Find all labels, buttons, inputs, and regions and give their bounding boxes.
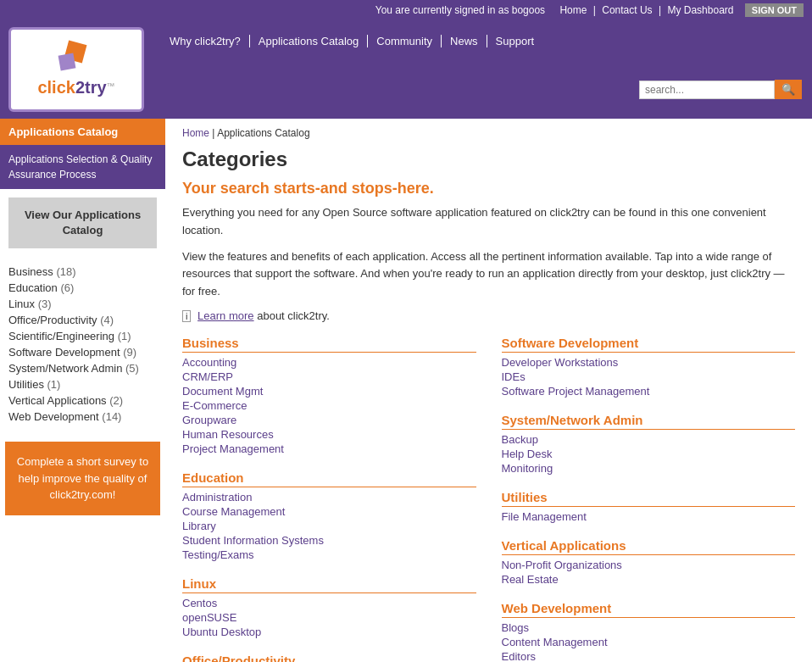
sidebar-category-link[interactable]: Scientific/Engineering (1): [8, 330, 131, 342]
list-item: Content Management: [502, 636, 796, 648]
nav-link-community[interactable]: Community: [368, 35, 442, 47]
category-item-link[interactable]: Ubuntu Desktop: [182, 626, 261, 638]
sidebar-category-link[interactable]: Utilities (1): [8, 378, 60, 391]
category-item-link[interactable]: openSUSE: [182, 611, 236, 624]
category-item-link[interactable]: Testing/Exams: [182, 548, 254, 561]
sidebar-category-item: Scientific/Engineering (1): [8, 330, 157, 342]
list-item: Accounting: [182, 356, 476, 369]
category-item-link[interactable]: Backup: [502, 433, 538, 446]
main-content: Home | Applications Catalog Categories Y…: [165, 119, 812, 662]
category-section: System/Network AdminBackupHelp DeskMonit…: [502, 413, 796, 475]
category-count: (14): [102, 410, 121, 423]
category-item-link[interactable]: File Management: [502, 510, 587, 523]
top-bar: You are currently signed in as bogoos Ho…: [0, 0, 812, 20]
breadcrumb-current: Applications Catalog: [217, 127, 309, 139]
category-section: Web DevelopmentBlogsContent ManagementEd…: [502, 601, 796, 662]
list-item: Editors: [502, 650, 796, 662]
category-item-link[interactable]: Human Resources: [182, 428, 274, 441]
dashboard-link[interactable]: My Dashboard: [667, 4, 733, 16]
category-item-link[interactable]: Project Management: [182, 442, 284, 455]
category-item-link[interactable]: Blogs: [502, 621, 530, 634]
category-item-link[interactable]: IDEs: [502, 370, 526, 383]
list-item: Project Management: [182, 442, 476, 455]
category-items-list: BlogsContent ManagementEditorsForumsGeos…: [502, 621, 796, 662]
sidebar-category-link[interactable]: Office/Productivity (4): [8, 314, 114, 326]
sidebar-category-link[interactable]: Education (6): [8, 281, 74, 294]
list-item: Real Estate: [502, 573, 796, 586]
sidebar-category-item: Software Development (9): [8, 346, 157, 359]
category-item-link[interactable]: Library: [182, 520, 216, 532]
category-count: (1): [118, 330, 131, 342]
intro-text-2: View the features and benefits of each a…: [182, 248, 795, 301]
category-item-link[interactable]: Developer Workstations: [502, 356, 619, 369]
nav-bar: Why click2try?Applications CatalogCommun…: [153, 20, 812, 53]
category-item-link[interactable]: Real Estate: [502, 573, 559, 586]
category-section: LinuxCentosopenSUSEUbuntu Desktop: [182, 576, 476, 638]
sidebar-category-item: Office/Productivity (4): [8, 314, 157, 326]
category-section: Software DevelopmentDeveloper Workstatio…: [502, 336, 796, 398]
list-item: Human Resources: [182, 428, 476, 441]
list-item: openSUSE: [182, 611, 476, 624]
category-count: (3): [38, 298, 52, 310]
category-item-link[interactable]: Centos: [182, 597, 217, 609]
sidebar-category-link[interactable]: Web Development (14): [8, 410, 121, 423]
list-item: Non-Profit Organizations: [502, 559, 796, 571]
category-item-link[interactable]: Groupware: [182, 414, 236, 426]
sidebar-category-link[interactable]: Business (18): [8, 265, 76, 278]
category-title: System/Network Admin: [502, 413, 796, 430]
category-item-link[interactable]: Administration: [182, 491, 252, 503]
survey-box: Complete a short survey to help improve …: [5, 442, 160, 515]
category-item-link[interactable]: Student Information Systems: [182, 534, 324, 547]
category-item-link[interactable]: Help Desk: [502, 448, 553, 460]
sidebar-category-item: Utilities (1): [8, 378, 157, 391]
sidebar-category-item: Vertical Applications (2): [8, 394, 157, 407]
category-item-link[interactable]: Editors: [502, 650, 536, 662]
search-button[interactable]: 🔍: [775, 80, 802, 99]
category-title: Education: [182, 470, 476, 487]
learn-more-text: i Learn more about click2try.: [182, 309, 795, 322]
list-item: Blogs: [502, 621, 796, 634]
home-link[interactable]: Home: [559, 4, 587, 16]
list-item: CRM/ERP: [182, 370, 476, 383]
category-item-link[interactable]: Content Management: [502, 636, 608, 648]
category-section: Vertical ApplicationsNon-Profit Organiza…: [502, 538, 796, 586]
sidebar-category-link[interactable]: System/Network Admin (5): [8, 362, 139, 375]
category-item-link[interactable]: Monitoring: [502, 462, 553, 475]
categories-grid: BusinessAccountingCRM/ERPDocument MgmtE-…: [182, 336, 795, 662]
category-item-link[interactable]: Document Mgmt: [182, 385, 263, 398]
list-item: Backup: [502, 433, 796, 446]
breadcrumb-home[interactable]: Home: [182, 127, 209, 139]
category-items-list: Non-Profit OrganizationsReal Estate: [502, 559, 796, 586]
signed-in-text: You are currently signed in as bogoos: [375, 4, 545, 16]
nav-link-why-click2try-[interactable]: Why click2try?: [161, 35, 250, 47]
category-column: Software DevelopmentDeveloper Workstatio…: [502, 336, 796, 662]
contact-link[interactable]: Contact Us: [602, 4, 652, 16]
category-item-link[interactable]: E-Commerce: [182, 399, 247, 412]
nav-link-support[interactable]: Support: [487, 35, 543, 47]
category-item-link[interactable]: Accounting: [182, 356, 236, 369]
tagline: Your search starts-and stops-here.: [182, 180, 795, 197]
nav-link-news[interactable]: News: [442, 35, 487, 47]
sidebar-category-link[interactable]: Linux (3): [8, 298, 52, 310]
list-item: File Management: [502, 510, 796, 523]
breadcrumb: Home | Applications Catalog: [182, 127, 795, 139]
category-item-link[interactable]: Non-Profit Organizations: [502, 559, 622, 571]
list-item: Student Information Systems: [182, 534, 476, 547]
category-item-link[interactable]: Software Project Management: [502, 385, 650, 398]
catalog-button[interactable]: View Our Applications Catalog: [8, 197, 157, 248]
catalog-btn-wrap: View Our Applications Catalog: [0, 189, 165, 257]
category-count: (1): [47, 378, 61, 391]
category-title: Web Development: [502, 601, 796, 618]
search-input[interactable]: [639, 81, 775, 99]
sidebar-category-item: Web Development (14): [8, 410, 157, 423]
category-item-link[interactable]: CRM/ERP: [182, 370, 233, 383]
sidebar-category-link[interactable]: Vertical Applications (2): [8, 394, 123, 407]
list-item: Document Mgmt: [182, 385, 476, 398]
sidebar-category-link[interactable]: Software Development (9): [8, 346, 136, 359]
learn-more-link[interactable]: Learn more: [197, 309, 253, 322]
category-item-link[interactable]: Course Management: [182, 505, 285, 518]
category-title: Linux: [182, 576, 476, 593]
list-item: Help Desk: [502, 448, 796, 460]
sign-out-button[interactable]: SIGN OUT: [745, 3, 804, 17]
nav-link-applications-catalog[interactable]: Applications Catalog: [250, 35, 369, 47]
